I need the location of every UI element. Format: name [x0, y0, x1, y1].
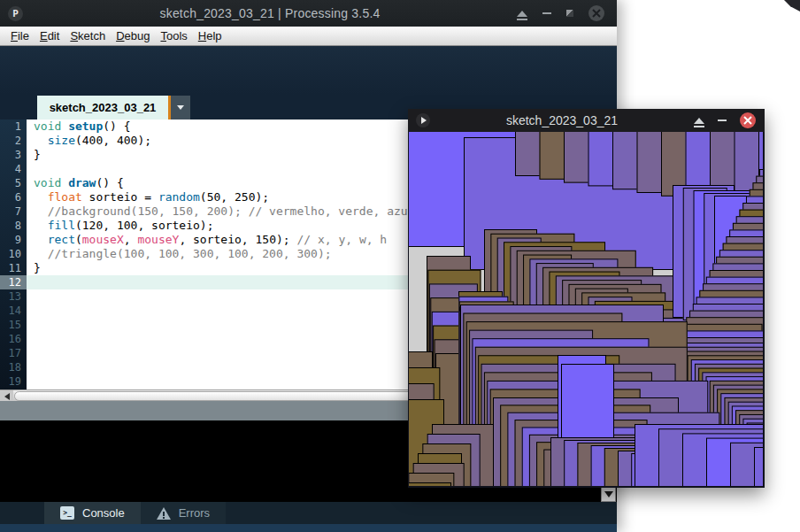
- close-icon[interactable]: [740, 112, 756, 128]
- line-number: 13: [0, 289, 27, 304]
- sketch-window-title: sketch_2023_03_21: [430, 113, 694, 127]
- sketch-canvas[interactable]: [409, 132, 763, 486]
- line-number: 7: [0, 204, 27, 219]
- line-number: 4: [0, 162, 27, 176]
- main-titlebar[interactable]: P sketch_2023_03_21 | Processing 3.5.4: [0, 0, 617, 27]
- line-number: 11: [0, 261, 27, 275]
- minimize-icon[interactable]: [718, 120, 727, 121]
- restore-icon[interactable]: [566, 10, 573, 17]
- line-number-gutter: 12345678910111213141516171819: [0, 120, 27, 389]
- line-number: 8: [0, 219, 27, 233]
- down-arrow-icon: [604, 491, 613, 497]
- line-number: 5: [0, 176, 27, 190]
- console-tab-bar: >_ Console Errors: [0, 502, 617, 524]
- menu-item-tools[interactable]: Tools: [155, 29, 192, 42]
- warning-icon: [157, 507, 171, 520]
- menu-item-help[interactable]: Help: [193, 29, 227, 42]
- line-number: 10: [0, 247, 27, 261]
- processing-app-icon: P: [8, 6, 23, 21]
- left-arrow-icon: [4, 393, 10, 400]
- maximize-eject-icon[interactable]: [694, 118, 704, 124]
- line-number: 12: [0, 275, 27, 289]
- toolbar: Java: [0, 46, 617, 95]
- tab-menu-button[interactable]: [171, 96, 190, 120]
- line-number: 16: [0, 332, 27, 346]
- line-number: 6: [0, 190, 27, 204]
- line-number: 3: [0, 148, 27, 162]
- desktop: P sketch_2023_03_21 | Processing 3.5.4 F…: [0, 0, 800, 532]
- line-number: 15: [0, 318, 27, 332]
- line-number: 14: [0, 304, 27, 318]
- line-number: 2: [0, 134, 27, 148]
- minimize-icon[interactable]: [542, 12, 551, 14]
- line-number: 19: [0, 374, 27, 389]
- console-tab-label: Console: [82, 506, 125, 520]
- sketch-app-icon: [416, 113, 430, 127]
- tab-sketch[interactable]: sketch_2023_03_21: [37, 96, 168, 120]
- sketch-output-window: sketch_2023_03_21: [408, 109, 765, 488]
- maximize-eject-icon[interactable]: [517, 11, 527, 17]
- terminal-icon: >_: [60, 506, 74, 520]
- close-icon[interactable]: [588, 5, 604, 21]
- tab-console[interactable]: >_ Console: [44, 502, 141, 524]
- menu-item-file[interactable]: File: [5, 29, 35, 42]
- line-number: 1: [0, 120, 27, 134]
- chevron-down-icon: [177, 105, 184, 110]
- line-number: 9: [0, 233, 27, 247]
- console-scroll-down-button[interactable]: [601, 487, 616, 502]
- line-number: 17: [0, 346, 27, 360]
- main-window-title: sketch_2023_03_21 | Processing 3.5.4: [23, 6, 517, 20]
- errors-tab-label: Errors: [179, 506, 210, 520]
- menu-item-debug[interactable]: Debug: [111, 29, 155, 42]
- menu-bar: FileEditSketchDebugToolsHelp: [0, 27, 617, 46]
- line-number: 18: [0, 360, 27, 374]
- tab-errors[interactable]: Errors: [141, 502, 226, 524]
- menu-item-sketch[interactable]: Sketch: [65, 29, 111, 42]
- menu-item-edit[interactable]: Edit: [35, 29, 65, 42]
- sketch-titlebar[interactable]: sketch_2023_03_21: [408, 109, 765, 132]
- bottom-strip: [0, 524, 617, 532]
- background-window-fragment: [784, 0, 800, 12]
- tab-label: sketch_2023_03_21: [50, 101, 157, 114]
